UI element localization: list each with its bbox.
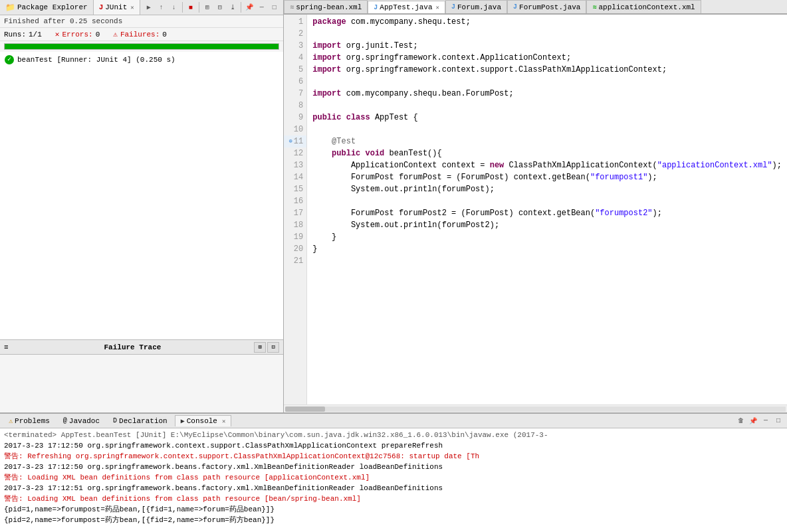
top-area: 📁 Package Explorer J JUnit ✕ ▶ ↑ ↓ ■ ⊞ [0,0,787,412]
tab-declaration[interactable]: D Declaration [107,415,173,427]
test-pass-icon: ✓ [4,54,15,65]
apptest-close-icon[interactable]: ✕ [436,4,439,11]
console-line-6: 警告: Loading XML bean definitions from cl… [4,493,783,504]
history-btn[interactable]: ⊞ [201,1,213,13]
tab-javadoc[interactable]: @ Javadoc [57,415,106,427]
runs-value: 1/1 [29,31,42,39]
errors-label: Errors: [62,31,92,39]
failure-trace-panel: ≡ Failure Trace ⊞ ⊟ [0,339,283,412]
tab-problems[interactable]: ⚠ Problems [3,415,56,427]
editor-tabs: ≋ spring-bean.xml J AppTest.java ✕ J For… [284,0,787,15]
failure-trace-buttons: ⊞ ⊟ [254,342,279,353]
console-line-7: {pid=1,name=>forumpost=药品bean,[{fid=1,na… [4,504,783,515]
tab-spring-bean-xml[interactable]: ≋ spring-bean.xml [284,0,368,13]
junit-stats: Runs: 1/1 ✕ Errors: 0 ⚠ Failures: 0 [0,28,283,41]
line-numbers: 1 2 3 4 5 6 7 8 9 10 ⊕11 12 13 14 15 [284,15,307,404]
test-label: beanTest [Runner: JUnit 4] (0.250 s) [17,56,175,64]
apptest-java-label: AppTest.java [380,3,432,11]
console-clear-btn[interactable]: 🗑 [734,415,746,427]
failures-value: 0 [162,31,167,39]
console-line-8: {pid=2,name=>forumpost=药方bean,[{fid=2,na… [4,515,783,525]
package-explorer-tab[interactable]: 📁 Package Explorer [0,0,94,15]
failure-trace-header: ≡ Failure Trace ⊞ ⊟ [0,340,283,355]
tab-applicationcontext-xml[interactable]: ≋ applicationContext.xml [586,0,701,13]
panel-tabs-row: 📁 Package Explorer J JUnit ✕ ▶ ↑ ↓ ■ ⊞ [0,0,283,15]
package-icon: 📁 [5,3,15,13]
failures-stat: ⚠ Failures: 0 [113,30,167,39]
console-line-5: 2017-3-23 17:12:51 org.springframework.b… [4,483,783,493]
progress-bar [5,44,279,49]
console-close-icon[interactable]: ✕ [222,418,225,425]
console-line-3: 2017-3-23 17:12:50 org.springframework.b… [4,462,783,472]
tab-forumpost-java[interactable]: J ForumPost.java [507,0,586,13]
test-item[interactable]: ✓ beanTest [Runner: JUnit 4] (0.250 s) [1,53,282,66]
ide-container: 📁 Package Explorer J JUnit ✕ ▶ ↑ ↓ ■ ⊞ [0,0,787,532]
applicationcontext-xml-icon: ≋ [592,3,596,11]
trace-filter-btn[interactable]: ⊟ [267,342,279,353]
scrollbar-track[interactable] [285,406,786,412]
forumpost-java-label: ForumPost.java [519,3,580,11]
forum-java-label: Forum.java [457,3,501,11]
layout-btn[interactable]: ⊟ [214,1,226,13]
left-panel: 📁 Package Explorer J JUnit ✕ ▶ ↑ ↓ ■ ⊞ [0,0,284,412]
problems-label: Problems [15,417,50,425]
javadoc-label: Javadoc [69,417,100,425]
prev-failure-btn[interactable]: ↑ [156,1,168,13]
tab-forum-java[interactable]: J Forum.java [445,0,507,13]
junit-tab[interactable]: J JUnit ✕ [94,0,140,15]
junit-test-tree: ✓ beanTest [Runner: JUnit 4] (0.250 s) [0,52,283,339]
tab-apptest-java[interactable]: J AppTest.java ✕ [368,1,445,14]
console-icon: ▶ [181,417,185,425]
console-minimize-btn[interactable]: ─ [760,415,772,427]
rerun-btn[interactable]: ▶ [143,1,155,13]
package-explorer-label: Package Explorer [17,3,88,11]
forumpost-java-icon: J [513,3,517,11]
console-label: Console [187,417,217,425]
console-line-1: 2017-3-23 17:12:50 org.springframework.c… [4,440,783,451]
tab-console[interactable]: ▶ Console ✕ [175,415,232,426]
spring-bean-xml-icon: ≋ [290,3,294,11]
console-maximize-btn[interactable]: □ [772,415,784,427]
failures-icon: ⚠ [113,30,118,39]
toolbar-sep-3 [241,2,241,13]
minimize-btn[interactable]: ─ [256,1,268,13]
junit-close-icon[interactable]: ✕ [130,4,134,11]
bottom-tabs: ⚠ Problems @ Javadoc D Declaration ▶ Con… [0,414,787,428]
console-line-2: 警告: Refreshing org.springframework.conte… [4,451,783,462]
problems-icon: ⚠ [9,417,13,425]
scrollbar-thumb[interactable] [285,406,325,412]
errors-stat: ✕ Errors: 0 [55,30,100,39]
console-toolbar: 🗑 📌 ─ □ [734,415,784,427]
junit-status-text: Finished after 0.25 seconds [4,17,122,25]
maximize-btn[interactable]: □ [269,1,281,13]
applicationcontext-xml-label: applicationContext.xml [598,3,695,11]
pin-btn[interactable]: 📌 [243,1,255,13]
apptest-java-icon: J [374,4,378,11]
spring-bean-xml-label: spring-bean.xml [296,3,362,11]
next-failure-btn[interactable]: ↓ [168,1,180,13]
toolbar-sep-1 [182,2,183,13]
runs-stat: Runs: 1/1 [4,31,42,39]
declaration-icon: D [113,417,117,424]
stop-btn[interactable]: ■ [185,1,197,13]
declaration-label: Declaration [119,417,168,425]
trace-copy-btn[interactable]: ⊞ [254,342,266,353]
code-editor[interactable]: package com.mycompany.shequ.test; import… [307,15,787,404]
junit-status: Finished after 0.25 seconds [0,15,283,28]
junit-icon: J [99,3,104,11]
junit-label: JUnit [105,3,127,11]
editor-content: 1 2 3 4 5 6 7 8 9 10 ⊕11 12 13 14 15 [284,15,787,404]
toolbar-sep-2 [199,2,199,13]
javadoc-icon: @ [63,417,67,424]
console-line-4: 警告: Loading XML bean definitions from cl… [4,472,783,483]
console-pin-btn[interactable]: 📌 [747,415,759,427]
editor-scrollbar[interactable] [284,404,787,412]
scroll-lock-btn[interactable]: ⤓ [227,1,239,13]
failures-label: Failures: [120,31,160,39]
green-circle-icon: ✓ [5,55,14,64]
progress-bar-container [4,43,279,50]
forum-java-icon: J [451,3,455,11]
console-terminated-line: <terminated> AppTest.beanTest [JUnit] E:… [4,430,783,440]
editor-outer: ≋ spring-bean.xml J AppTest.java ✕ J For… [284,0,787,412]
console-content: <terminated> AppTest.beanTest [JUnit] E:… [0,428,787,532]
